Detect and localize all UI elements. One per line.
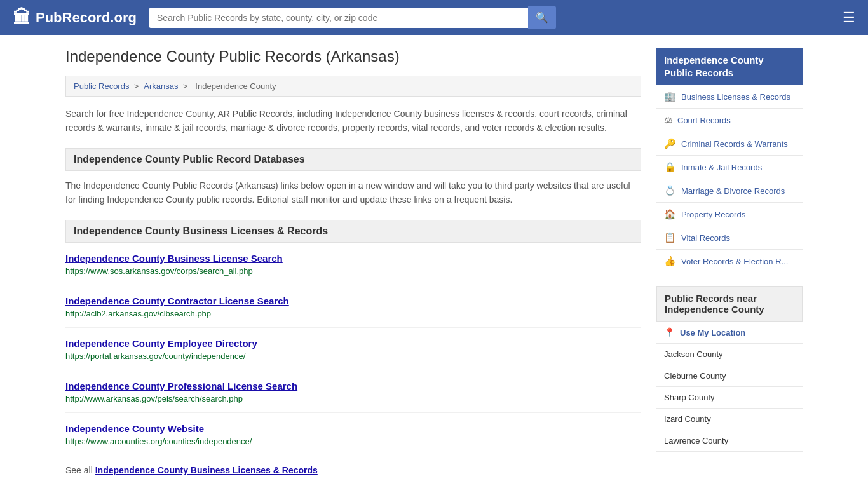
sidebar-record-item[interactable]: 👍 Voter Records & Election R... xyxy=(656,250,803,273)
nearby-county-label: Izard County xyxy=(664,414,711,424)
sidebar-record-item[interactable]: ⚖ Court Records xyxy=(656,109,803,132)
nearby-county-item[interactable]: Izard County xyxy=(656,409,803,430)
record-entry: Independence County Employee Directory h… xyxy=(65,338,641,370)
page-title: Independence County Public Records (Arka… xyxy=(65,48,641,65)
record-entry: Independence County Professional License… xyxy=(65,381,641,413)
search-button[interactable]: 🔍 xyxy=(528,6,556,29)
search-bar: 🔍 xyxy=(149,6,556,29)
sidebar-item-label: Criminal Records & Warrants xyxy=(681,139,788,149)
sidebar-item-label: Marriage & Divorce Records xyxy=(681,186,785,196)
sidebar-item-label: Business Licenses & Records xyxy=(681,92,790,102)
record-entry: Independence County Contractor License S… xyxy=(65,295,641,328)
nearby-county-item[interactable]: Lawrence County xyxy=(656,430,803,452)
main-container: Independence County Public Records (Arka… xyxy=(53,35,815,488)
main-content: Independence County Public Records (Arka… xyxy=(65,48,641,475)
location-pin-icon: 📍 xyxy=(664,327,675,337)
use-my-location-label: Use My Location xyxy=(680,328,745,337)
site-header: 🏛 PubRecord.org 🔍 ☰ xyxy=(0,0,868,35)
business-section-header: Independence County Business Licenses & … xyxy=(65,220,641,243)
see-all-link[interactable]: Independence County Business Licenses & … xyxy=(95,465,318,475)
record-url-link[interactable]: http://www.arkansas.gov/pels/search/sear… xyxy=(65,394,641,403)
record-title-link[interactable]: Independence County Professional License… xyxy=(65,381,641,391)
sidebar-item-icon: 👍 xyxy=(664,255,676,267)
nearby-items-container: 📍 Use My Location Jackson County Cleburn… xyxy=(656,322,803,452)
sidebar-record-item[interactable]: 🔑 Criminal Records & Warrants xyxy=(656,132,803,156)
nearby-county-item[interactable]: Jackson County xyxy=(656,344,803,365)
sidebar-item-label: Voter Records & Election R... xyxy=(681,257,788,266)
nearby-county-label: Cleburne County xyxy=(664,371,726,381)
sidebar-item-icon: ⚖ xyxy=(664,114,672,126)
sidebar-item-label: Court Records xyxy=(677,116,731,125)
record-title-link[interactable]: Independence County Contractor License S… xyxy=(65,295,641,306)
nearby-section-title: Public Records near Independence County xyxy=(656,286,803,322)
logo-text: PubRecord.org xyxy=(36,10,137,26)
record-url-link[interactable]: http://aclb2.arkansas.gov/clbsearch.php xyxy=(65,309,641,318)
sidebar-item-label: Vital Records xyxy=(681,233,730,243)
breadcrumb-public-records[interactable]: Public Records xyxy=(74,81,129,91)
sidebar-item-icon: 🔒 xyxy=(664,161,676,173)
sidebar-item-icon: 🏠 xyxy=(664,208,676,220)
sidebar-item-label: Property Records xyxy=(681,210,745,219)
record-title-link[interactable]: Independence County Employee Directory xyxy=(65,338,641,349)
record-url-link[interactable]: https://www.arcounties.org/counties/inde… xyxy=(65,437,641,446)
sidebar-nearby-section: Public Records near Independence County … xyxy=(656,286,803,452)
nearby-county-label: Jackson County xyxy=(664,349,723,359)
nearby-county-item[interactable]: Sharp County xyxy=(656,387,803,409)
page-description: Search for free Independence County, AR … xyxy=(65,107,641,135)
record-title-link[interactable]: Independence County Website xyxy=(65,423,641,434)
record-title-link[interactable]: Independence County Business License Sea… xyxy=(65,253,641,264)
nearby-county-item[interactable]: Cleburne County xyxy=(656,365,803,387)
sidebar: Independence County Public Records 🏢 Bus… xyxy=(656,48,803,475)
sidebar-items-container: 🏢 Business Licenses & Records ⚖ Court Re… xyxy=(656,85,803,273)
sidebar-record-item[interactable]: 📋 Vital Records xyxy=(656,226,803,250)
search-icon: 🔍 xyxy=(536,12,548,23)
sidebar-section-title: Independence County Public Records xyxy=(656,48,803,85)
records-list: Independence County Business License Sea… xyxy=(65,253,641,455)
sidebar-county-section: Independence County Public Records 🏢 Bus… xyxy=(656,48,803,273)
site-logo[interactable]: 🏛 PubRecord.org xyxy=(13,7,137,28)
record-url-link[interactable]: https://www.sos.arkansas.gov/corps/searc… xyxy=(65,266,641,276)
breadcrumb-sep-2: > xyxy=(183,81,190,91)
sidebar-item-icon: 💍 xyxy=(664,185,676,196)
breadcrumb-independence: Independence County xyxy=(195,81,276,91)
search-input[interactable] xyxy=(149,8,528,28)
record-entry: Independence County Business License Sea… xyxy=(65,253,641,285)
see-all-text: See all xyxy=(65,465,93,475)
breadcrumb-arkansas[interactable]: Arkansas xyxy=(144,81,178,91)
nearby-county-label: Sharp County xyxy=(664,393,715,402)
sidebar-item-icon: 🏢 xyxy=(664,91,676,102)
sidebar-record-item[interactable]: 💍 Marriage & Divorce Records xyxy=(656,179,803,203)
logo-building-icon: 🏛 xyxy=(13,7,31,28)
menu-button[interactable]: ☰ xyxy=(843,10,855,26)
breadcrumb: Public Records > Arkansas > Independence… xyxy=(65,76,641,97)
breadcrumb-sep-1: > xyxy=(134,81,141,91)
sidebar-item-icon: 📋 xyxy=(664,232,676,243)
databases-description: The Independence County Public Records (… xyxy=(65,179,641,207)
nearby-county-label: Lawrence County xyxy=(664,436,728,445)
sidebar-record-item[interactable]: 🏠 Property Records xyxy=(656,203,803,226)
record-entry: Independence County Website https://www.… xyxy=(65,423,641,455)
sidebar-record-item[interactable]: 🏢 Business Licenses & Records xyxy=(656,85,803,109)
sidebar-item-icon: 🔑 xyxy=(664,138,676,149)
sidebar-item-label: Inmate & Jail Records xyxy=(681,163,762,172)
nearby-county-item[interactable]: 📍 Use My Location xyxy=(656,322,803,344)
see-all-section: See all Independence County Business Lic… xyxy=(65,465,641,475)
databases-section-header: Independence County Public Record Databa… xyxy=(65,148,641,171)
sidebar-record-item[interactable]: 🔒 Inmate & Jail Records xyxy=(656,156,803,179)
record-url-link[interactable]: https://portal.arkansas.gov/county/indep… xyxy=(65,351,641,361)
hamburger-icon: ☰ xyxy=(843,10,855,25)
